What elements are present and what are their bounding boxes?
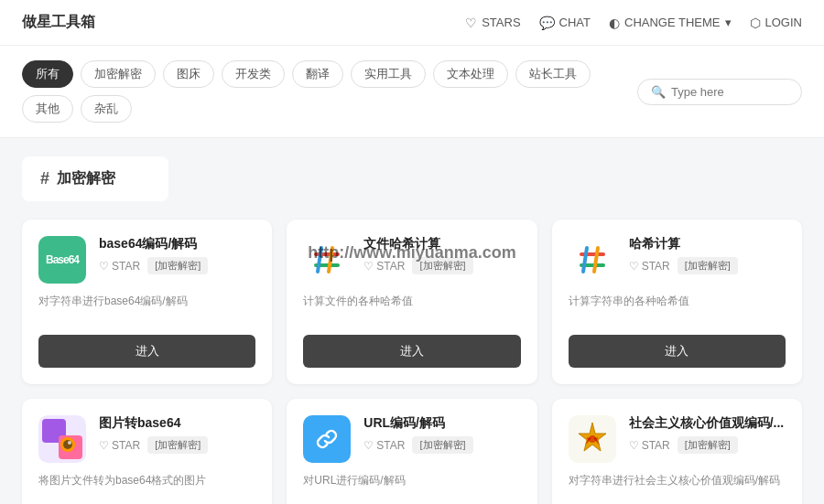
card-desc-socialist: 对字符串进行社会主义核心价值观编码/解码 (569, 472, 786, 501)
heart-icon: ♡ (629, 439, 639, 452)
cards-grid: Base64 base64编码/解码 ♡ STAR [加密解密] 对字符串进行b… (22, 220, 802, 504)
card-desc-base64: 对字符串进行base64编码/解码 (38, 293, 255, 322)
tag-badge-hash-calc: [加密解密] (678, 257, 738, 274)
card-file-hash: 文件哈希计算 ♡ STAR [加密解密] 计算文件的各种哈希值 进入 (287, 220, 537, 384)
tag-badge-file-hash: [加密解密] (412, 257, 472, 274)
section-header: # 加密解密 (22, 156, 168, 201)
filter-utility[interactable]: 实用工具 (351, 60, 426, 88)
filter-misc[interactable]: 杂乱 (81, 95, 132, 123)
star-btn-base64[interactable]: ♡ STAR (99, 260, 140, 273)
card-url-encode: URL编码/解码 ♡ STAR [加密解密] 对URL进行编码/解码 进入 (287, 399, 537, 504)
filter-encrypt[interactable]: 加密解密 (81, 60, 156, 88)
card-img-base64: 图片转base64 ♡ STAR [加密解密] 将图片文件转为base64格式的… (22, 399, 272, 504)
logo: 做星工具箱 (22, 13, 95, 32)
tag-badge-img-base64: [加密解密] (147, 436, 208, 454)
login-icon: ⬡ (750, 16, 761, 30)
svg-line-2 (318, 248, 321, 272)
section-hash: # (40, 169, 49, 188)
heart-icon: ♡ (465, 16, 477, 30)
card-title-socialist: 社会主义核心价值观编码/... (629, 415, 786, 432)
chat-icon: 💬 (539, 16, 555, 30)
card-icon-img-base64 (38, 415, 86, 463)
card-hash-calc: 哈希计算 ♡ STAR [加密解密] 计算字符串的各种哈希值 进入 (552, 220, 802, 384)
enter-btn-base64[interactable]: 进入 (38, 335, 255, 368)
card-title-file-hash: 文件哈希计算 (363, 236, 520, 252)
svg-point-15 (589, 435, 596, 443)
enter-btn-file-hash[interactable]: 进入 (303, 335, 520, 368)
filter-site[interactable]: 站长工具 (515, 60, 591, 88)
search-input[interactable] (671, 85, 799, 99)
search-box: 🔍 (637, 79, 802, 105)
nav-chat[interactable]: 💬 CHAT (539, 16, 591, 30)
card-icon-url-encode (303, 415, 351, 463)
card-icon-base64: Base64 (38, 236, 86, 284)
star-btn-img-base64[interactable]: ♡ STAR (99, 439, 140, 452)
tag-badge-socialist: [加密解密] (678, 436, 738, 454)
svg-line-7 (594, 248, 598, 272)
heart-icon: ♡ (363, 260, 374, 273)
svg-point-13 (68, 441, 71, 445)
svg-line-6 (583, 248, 587, 272)
filter-all[interactable]: 所有 (22, 60, 73, 88)
header: 做星工具箱 ♡ STARS 💬 CHAT ◐ CHANGE THEME ▾ ⬡ … (0, 0, 824, 46)
filter-translate[interactable]: 翻译 (292, 60, 343, 88)
nav-stars[interactable]: ♡ STARS (465, 16, 520, 30)
card-title-base64: base64编码/解码 (99, 236, 255, 252)
card-icon-hash-calc (569, 236, 616, 284)
star-btn-url-encode[interactable]: ♡ STAR (363, 439, 405, 452)
header-nav: ♡ STARS 💬 CHAT ◐ CHANGE THEME ▾ ⬡ LOGIN (465, 16, 802, 30)
card-icon-file-hash (303, 236, 351, 284)
card-title-img-base64: 图片转base64 (99, 415, 255, 432)
heart-icon: ♡ (363, 439, 374, 452)
nav-login[interactable]: ⬡ LOGIN (750, 16, 802, 30)
card-desc-file-hash: 计算文件的各种哈希值 (303, 293, 520, 322)
filter-other[interactable]: 其他 (22, 95, 73, 123)
card-desc-hash-calc: 计算字符串的各种哈希值 (569, 293, 786, 322)
filter-dev[interactable]: 开发类 (222, 60, 285, 88)
card-title-hash-calc: 哈希计算 (629, 236, 786, 252)
search-icon: 🔍 (651, 85, 666, 99)
card-icon-socialist (569, 415, 616, 463)
heart-icon: ♡ (99, 439, 109, 452)
svg-point-12 (63, 440, 72, 449)
card-base64: Base64 base64编码/解码 ♡ STAR [加密解密] 对字符串进行b… (22, 220, 272, 384)
star-btn-socialist[interactable]: ♡ STAR (629, 439, 670, 452)
main-content: # 加密解密 Base64 base64编码/解码 ♡ STAR [加密解密] (0, 138, 824, 504)
heart-icon: ♡ (99, 260, 109, 273)
filter-bar: 所有 加密解密 图床 开发类 翻译 实用工具 文本处理 站长工具 其他 杂乱 🔍 (0, 46, 824, 138)
filter-image[interactable]: 图床 (163, 60, 214, 88)
filter-text[interactable]: 文本处理 (433, 60, 508, 88)
enter-btn-hash-calc[interactable]: 进入 (569, 335, 786, 368)
filter-tags: 所有 加密解密 图床 开发类 翻译 实用工具 文本处理 站长工具 其他 杂乱 (22, 60, 637, 123)
theme-icon: ◐ (609, 16, 620, 30)
chevron-down-icon: ▾ (725, 16, 732, 29)
card-title-url-encode: URL编码/解码 (363, 415, 520, 432)
svg-line-3 (329, 248, 332, 272)
card-desc-url-encode: 对URL进行编码/解码 (303, 472, 520, 501)
nav-theme[interactable]: ◐ CHANGE THEME ▾ (609, 16, 732, 30)
tag-badge-url-encode: [加密解密] (412, 436, 472, 454)
section-title: 加密解密 (57, 169, 115, 188)
star-btn-file-hash[interactable]: ♡ STAR (363, 260, 405, 273)
heart-icon: ♡ (629, 260, 639, 273)
card-socialist: 社会主义核心价值观编码/... ♡ STAR [加密解密] 对字符串进行社会主义… (552, 399, 802, 504)
tag-badge-base64: [加密解密] (147, 257, 208, 274)
star-btn-hash-calc[interactable]: ♡ STAR (629, 260, 670, 273)
card-desc-img-base64: 将图片文件转为base64格式的图片 (38, 472, 255, 501)
